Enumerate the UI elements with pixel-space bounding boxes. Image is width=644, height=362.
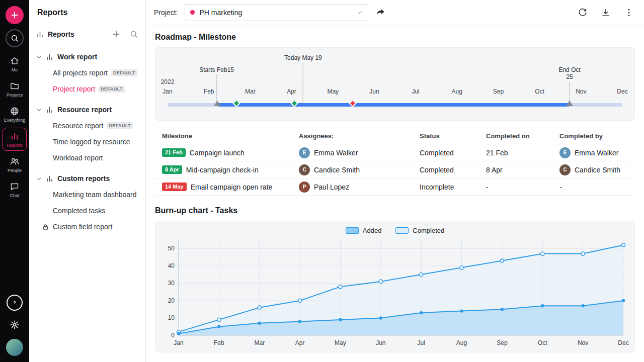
svg-text:Mar: Mar: [254, 339, 265, 346]
sidebar-item-label: Custom field report: [53, 223, 112, 231]
svg-text:Jul: Jul: [418, 339, 425, 346]
rail-item-label: People: [8, 168, 22, 173]
milestone-completed-on: 8 Apr: [479, 166, 552, 174]
report-group-icon: [46, 106, 53, 114]
chevron-down-icon[interactable]: [36, 54, 42, 60]
sidebar-item-custom-field-report[interactable]: Custom field report: [29, 219, 145, 235]
svg-text:20: 20: [168, 297, 175, 304]
annotation-label: Starts Feb15: [199, 66, 234, 73]
assignee-name: Candice Smith: [314, 166, 360, 174]
report-content: Roadmap - Milestone 2022JanFebMarAprMayJ…: [146, 25, 644, 362]
column-header-status: Status: [413, 132, 479, 140]
column-header-completed-by: Completed by: [552, 132, 635, 140]
burnup-chart: 01020304050JanFebMarAprMayJunJulAugSepOc…: [162, 235, 628, 350]
svg-text:Sep: Sep: [497, 339, 508, 346]
avatar: C: [559, 164, 571, 175]
export-download-button[interactable]: [601, 8, 611, 18]
timeline-year: 2022: [161, 78, 175, 85]
svg-text:0: 0: [171, 332, 175, 339]
share-report-button[interactable]: [375, 7, 386, 18]
assignee-name: Emma Walker: [314, 149, 358, 157]
column-header-milestone: Milestone: [155, 132, 292, 140]
rail-item-label: Everything: [4, 118, 26, 123]
sidebar-group-work-report[interactable]: Work report: [29, 48, 145, 65]
chevron-down-icon: [357, 10, 363, 16]
svg-text:?: ?: [13, 300, 16, 305]
sidebar-item-label: Resource report: [53, 122, 103, 130]
refresh-button[interactable]: [578, 8, 588, 18]
milestone-name: Mid-campaign check-in: [186, 166, 259, 174]
rail-nav-items: MeProjectsEverythingReportsPeopleChat: [3, 52, 27, 201]
settings-button[interactable]: [7, 317, 23, 333]
sidebar-item-label: Marketing team dashboard: [53, 191, 137, 199]
chevron-down-icon[interactable]: [36, 176, 42, 182]
burnup-title: Burn-up chart - Tasks: [155, 206, 635, 215]
bar-chart-icon: [36, 31, 44, 38]
sidebar-item-completed-tasks[interactable]: Completed tasks: [29, 203, 145, 219]
projects-icon: [10, 81, 20, 91]
svg-text:10: 10: [168, 314, 175, 321]
milestone-completed-by: EEmma Walker: [552, 147, 635, 158]
sidebar-item-resource-report[interactable]: Resource reportDEFAULT: [29, 118, 145, 134]
annotation-dashed-line: [216, 75, 217, 104]
sidebar-item-label: Completed tasks: [53, 207, 105, 215]
annotation-dashed-line: [303, 63, 303, 104]
rail-item-label: Me: [12, 67, 18, 72]
rail-item-projects[interactable]: Projects: [3, 77, 27, 101]
rail-item-me[interactable]: Me: [3, 52, 27, 75]
people-icon: [10, 156, 20, 166]
rail-item-reports[interactable]: Reports: [3, 128, 27, 151]
rail-item-everything[interactable]: Everything: [3, 103, 27, 126]
add-report-button[interactable]: [111, 29, 121, 39]
sidebar-item-all-projects-report[interactable]: All projects reportDEFAULT: [29, 65, 145, 81]
sidebar-item-label: Project report: [53, 85, 95, 93]
avatar: C: [299, 164, 310, 175]
milestone-header-row: MilestoneAssignees:StatusCompleted onCom…: [155, 128, 635, 144]
nav-rail: MeProjectsEverythingReportsPeopleChat ?: [0, 0, 29, 362]
svg-text:Jan: Jan: [174, 339, 183, 346]
milestone-row-email-campaign-open-rate[interactable]: 14 MayEmail campaign open ratePPaul Lope…: [155, 178, 635, 196]
help-button[interactable]: ?: [7, 295, 23, 311]
annotation-label: Today May 19: [284, 54, 322, 61]
more-options-button[interactable]: [624, 8, 634, 18]
milestone-row-mid-campaign-check-in[interactable]: 8 AprMid-campaign check-inCCandice Smith…: [155, 161, 635, 178]
timeline-month: Oct: [535, 88, 544, 95]
sidebar-groups: Work reportAll projects reportDEFAULTPro…: [29, 48, 145, 235]
rail-item-people[interactable]: People: [3, 153, 27, 176]
report-group-icon: [46, 175, 53, 183]
rail-item-label: Projects: [7, 93, 23, 98]
milestone-completed-on: -: [479, 183, 552, 191]
chat-icon: [10, 182, 20, 192]
add-button[interactable]: [6, 6, 24, 24]
sidebar-item-time-logged-by-resource[interactable]: Time logged by resource: [29, 134, 145, 150]
sidebar-item-marketing-team-dashboard[interactable]: Marketing team dashboard: [29, 187, 145, 203]
svg-text:50: 50: [168, 245, 175, 252]
sidebar-item-label: Time logged by resource: [53, 138, 130, 146]
sidebar-group-custom-reports[interactable]: Custom reports: [29, 170, 145, 187]
timeline-progress-bar: [217, 103, 570, 107]
global-search-button[interactable]: [6, 29, 24, 47]
milestone-status: Completed: [413, 149, 479, 157]
sidebar-item-project-report[interactable]: Project reportDEFAULT: [29, 81, 145, 97]
chevron-down-icon[interactable]: [36, 107, 42, 113]
assignee-name: Paul Lopez: [314, 183, 349, 191]
project-select[interactable]: PH marketing: [185, 4, 368, 21]
timeline-annotation-today-may-19: Today May 19: [284, 54, 322, 104]
milestone-name: Email campaign open rate: [191, 183, 273, 191]
lock-icon: [42, 223, 49, 231]
user-avatar[interactable]: [6, 339, 23, 356]
timeline-month: May: [327, 88, 339, 95]
timeline-annotation-starts-feb15: Starts Feb15: [199, 66, 234, 104]
main-area: Project: PH marketing Roadmap - Mileston…: [146, 0, 644, 362]
roadmap-panel: 2022JanFebMarAprMayJunJulAugSepOctNovDec…: [155, 47, 635, 121]
rail-item-chat[interactable]: Chat: [3, 178, 27, 201]
sidebar-item-workload-report[interactable]: Workload report: [29, 150, 145, 166]
search-reports-button[interactable]: [129, 30, 138, 39]
timeline-month: Dec: [617, 88, 627, 95]
svg-text:Aug: Aug: [456, 339, 467, 346]
milestone-row-campaign-launch[interactable]: 21 FebCampaign launchEEmma WalkerComplet…: [155, 144, 635, 161]
default-badge: DEFAULT: [107, 122, 133, 129]
sidebar-group-resource-report[interactable]: Resource report: [29, 101, 145, 118]
svg-text:Nov: Nov: [578, 339, 588, 346]
sidebar-actions: [111, 29, 138, 39]
